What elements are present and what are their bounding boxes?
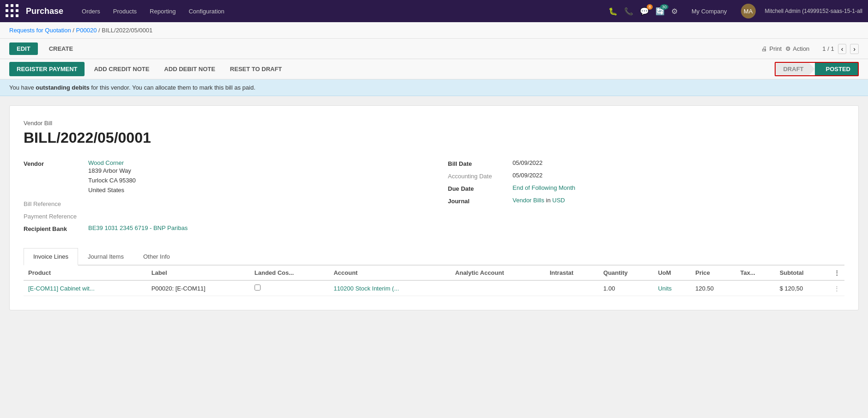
due-date-row: Due Date End of Following Month bbox=[448, 184, 845, 192]
status-posted: POSTED bbox=[815, 63, 858, 75]
col-label: Label bbox=[147, 266, 250, 280]
top-navigation: Purchase Orders Products Reporting Confi… bbox=[0, 0, 868, 22]
user-name: Mitchell Admin (14999152-saas-15-1-all bbox=[765, 8, 862, 14]
row-uom[interactable]: Units bbox=[653, 280, 691, 296]
document-card: Vendor Bill BILL/2022/05/0001 Vendor Woo… bbox=[9, 105, 859, 310]
alert-prefix: You have bbox=[9, 84, 36, 91]
print-label: Print bbox=[769, 45, 782, 52]
row-intrastat bbox=[545, 280, 599, 296]
refresh-icon[interactable]: 🔄 30 bbox=[656, 7, 665, 16]
breadcrumb-bill: BILL/2022/05/0001 bbox=[102, 27, 152, 34]
avatar: MA bbox=[741, 4, 756, 18]
app-grid-icon[interactable] bbox=[6, 4, 19, 18]
col-actions: ⋮ bbox=[829, 266, 844, 280]
action-button[interactable]: ⚙ Action bbox=[785, 45, 809, 52]
recipient-bank-value[interactable]: BE39 1031 2345 6719 - BNP Paribas bbox=[88, 224, 188, 231]
nav-reporting[interactable]: Reporting bbox=[144, 0, 181, 22]
form-col-left: Vendor Wood Corner 1839 Arbor Way Turloc… bbox=[24, 159, 420, 237]
bill-reference-label: Bill Reference bbox=[24, 200, 88, 207]
row-price: 120.50 bbox=[691, 280, 735, 296]
payment-reference-row: Payment Reference bbox=[24, 212, 420, 220]
chat-badge: 8 bbox=[647, 4, 653, 10]
pagination-text: 1 / 1 bbox=[822, 45, 834, 52]
tab-other-info[interactable]: Other Info bbox=[134, 248, 180, 266]
row-product[interactable]: [E-COM11] Cabinet wit... bbox=[24, 280, 147, 296]
invoice-lines-table: Product Label Landed Cos... Account Anal… bbox=[24, 266, 844, 296]
print-button[interactable]: 🖨 Print bbox=[761, 45, 782, 52]
vendor-address-1: 1839 Arbor Way bbox=[88, 166, 136, 176]
breadcrumb-sep2: / bbox=[98, 27, 100, 34]
row-subtotal: $ 120,50 bbox=[775, 280, 829, 296]
due-date-value[interactable]: End of Following Month bbox=[513, 184, 576, 191]
row-landed-cost bbox=[250, 280, 329, 296]
toolbar: EDIT CREATE 🖨 Print ⚙ Action 1 / 1 ‹ › bbox=[0, 39, 868, 59]
document-tabs: Invoice Lines Journal Items Other Info bbox=[24, 248, 844, 266]
col-subtotal: Subtotal bbox=[775, 266, 829, 280]
journal-currency[interactable]: USD bbox=[552, 197, 565, 204]
accounting-date-row: Accounting Date 05/09/2022 bbox=[448, 172, 845, 180]
bill-reference-row: Bill Reference bbox=[24, 200, 420, 207]
col-uom: UoM bbox=[653, 266, 691, 280]
action-label: Action bbox=[793, 45, 809, 52]
alert-bar: You have outstanding debits for this ven… bbox=[0, 79, 868, 96]
journal-name[interactable]: Vendor Bills bbox=[513, 197, 545, 204]
col-account: Account bbox=[329, 266, 450, 280]
phone-icon[interactable]: 📞 bbox=[624, 7, 633, 16]
accounting-date-value: 05/09/2022 bbox=[513, 172, 543, 179]
doc-title: BILL/2022/05/0001 bbox=[24, 129, 844, 146]
col-quantity: Quantity bbox=[599, 266, 653, 280]
add-credit-note-button[interactable]: ADD CREDIT NOTE bbox=[86, 62, 157, 76]
landed-cost-checkbox[interactable] bbox=[255, 285, 261, 291]
tab-invoice-lines[interactable]: Invoice Lines bbox=[24, 248, 78, 266]
add-debit-note-button[interactable]: ADD DEBIT NOTE bbox=[157, 62, 223, 76]
tab-journal-items[interactable]: Journal Items bbox=[78, 248, 134, 266]
register-payment-button[interactable]: REGISTER PAYMENT bbox=[9, 62, 85, 76]
col-tax: Tax... bbox=[736, 266, 775, 280]
status-draft: DRAFT bbox=[776, 63, 814, 75]
avatar-initials: MA bbox=[744, 8, 753, 15]
settings-icon[interactable]: ⚙ bbox=[671, 7, 678, 16]
company-name: My Company bbox=[692, 8, 727, 15]
row-quantity: 1.00 bbox=[599, 280, 653, 296]
row-analytic-account bbox=[450, 280, 545, 296]
col-analytic-account: Analytic Account bbox=[450, 266, 545, 280]
vendor-row: Vendor Wood Corner 1839 Arbor Way Turloc… bbox=[24, 159, 420, 195]
bill-date-value: 05/09/2022 bbox=[513, 159, 543, 166]
row-tax bbox=[736, 280, 775, 296]
table-row: [E-COM11] Cabinet wit... P00020: [E-COM1… bbox=[24, 280, 844, 296]
pagination-prev[interactable]: ‹ bbox=[838, 44, 847, 54]
bill-date-label: Bill Date bbox=[448, 159, 513, 167]
journal-row: Journal Vendor Bills in USD bbox=[448, 197, 845, 205]
edit-button[interactable]: EDIT bbox=[9, 42, 38, 55]
breadcrumb: Requests for Quotation / P00020 / BILL/2… bbox=[0, 22, 868, 39]
chat-icon[interactable]: 💬 8 bbox=[640, 7, 649, 16]
alert-bold: outstanding debits bbox=[36, 84, 89, 91]
reset-to-draft-button[interactable]: RESET TO DRAFT bbox=[223, 62, 289, 76]
vendor-name[interactable]: Wood Corner bbox=[88, 159, 124, 166]
row-dots[interactable]: ⋮ bbox=[829, 280, 844, 296]
vendor-value: Wood Corner 1839 Arbor Way Turlock CA 95… bbox=[88, 159, 136, 195]
row-account[interactable]: 110200 Stock Interim (... bbox=[329, 280, 450, 296]
row-label: P00020: [E-COM11] bbox=[147, 280, 250, 296]
breadcrumb-rfq[interactable]: Requests for Quotation bbox=[9, 27, 71, 34]
col-price: Price bbox=[691, 266, 735, 280]
form-grid: Vendor Wood Corner 1839 Arbor Way Turloc… bbox=[24, 159, 844, 237]
journal-label: Journal bbox=[448, 197, 513, 205]
payment-reference-label: Payment Reference bbox=[24, 212, 88, 220]
col-intrastat: Intrastat bbox=[545, 266, 599, 280]
nav-products[interactable]: Products bbox=[108, 0, 142, 22]
col-product: Product bbox=[24, 266, 147, 280]
journal-in: in bbox=[546, 197, 551, 204]
refresh-badge: 30 bbox=[660, 4, 668, 10]
pagination-next[interactable]: › bbox=[850, 44, 859, 54]
breadcrumb-sep1: / bbox=[73, 27, 74, 34]
col-landed-cost: Landed Cos... bbox=[250, 266, 329, 280]
nav-configuration[interactable]: Configuration bbox=[183, 0, 230, 22]
gear-icon: ⚙ bbox=[785, 45, 791, 52]
doc-type-label: Vendor Bill bbox=[24, 120, 844, 127]
bug-icon[interactable]: 🐛 bbox=[608, 7, 618, 16]
printer-icon: 🖨 bbox=[761, 45, 767, 52]
breadcrumb-po[interactable]: P00020 bbox=[76, 27, 97, 34]
nav-orders[interactable]: Orders bbox=[76, 0, 106, 22]
create-button[interactable]: CREATE bbox=[42, 42, 80, 55]
